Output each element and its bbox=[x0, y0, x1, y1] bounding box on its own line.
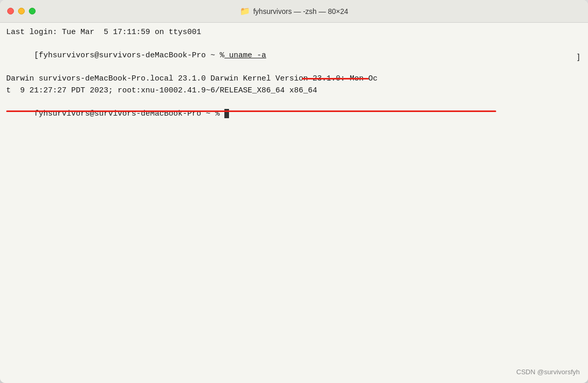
minimize-button[interactable] bbox=[18, 8, 25, 14]
bracket-left: [ bbox=[34, 51, 39, 60]
output-line-2: t 9 21:27:27 PDT 2023; root:xnu-10002.41… bbox=[6, 85, 582, 97]
terminal-window: 📁 fyhsurvivors — -zsh — 80×24 Last login… bbox=[0, 0, 588, 383]
terminal-body[interactable]: Last login: Tue Mar 5 17:11:59 on ttys00… bbox=[0, 23, 588, 383]
last-login-line: Last login: Tue Mar 5 17:11:59 on ttys00… bbox=[6, 27, 582, 39]
prompt-line-1: [fyhsurvivors@survivors-deMacBook-Pro ~ … bbox=[6, 39, 582, 74]
prompt-user-1: fyhsurvivors@survivors-deMacBook-Pro bbox=[39, 51, 206, 60]
annotation-underline-command bbox=[302, 78, 369, 79]
folder-icon: 📁 bbox=[240, 6, 250, 16]
window-title: 📁 fyhsurvivors — -zsh — 80×24 bbox=[240, 6, 348, 16]
title-label: fyhsurvivors — -zsh — 80×24 bbox=[253, 7, 348, 15]
annotation-underline-output bbox=[6, 110, 496, 112]
bracket-right: ] bbox=[576, 52, 581, 63]
output-line-1: Darwin survivors-deMacBook-Pro.local 23.… bbox=[6, 73, 582, 85]
close-button[interactable] bbox=[7, 8, 14, 14]
maximize-button[interactable] bbox=[29, 8, 36, 14]
titlebar: 📁 fyhsurvivors — -zsh — 80×24 bbox=[0, 0, 588, 23]
command-uname: uname -a bbox=[224, 51, 266, 60]
traffic-lights bbox=[7, 8, 36, 14]
prompt-path-1: ~ % bbox=[206, 51, 224, 60]
prompt-line-2: fyhsurvivors@survivors-deMacBook-Pro ~ % bbox=[6, 97, 582, 132]
watermark: CSDN @survivorsfyh bbox=[516, 367, 580, 377]
